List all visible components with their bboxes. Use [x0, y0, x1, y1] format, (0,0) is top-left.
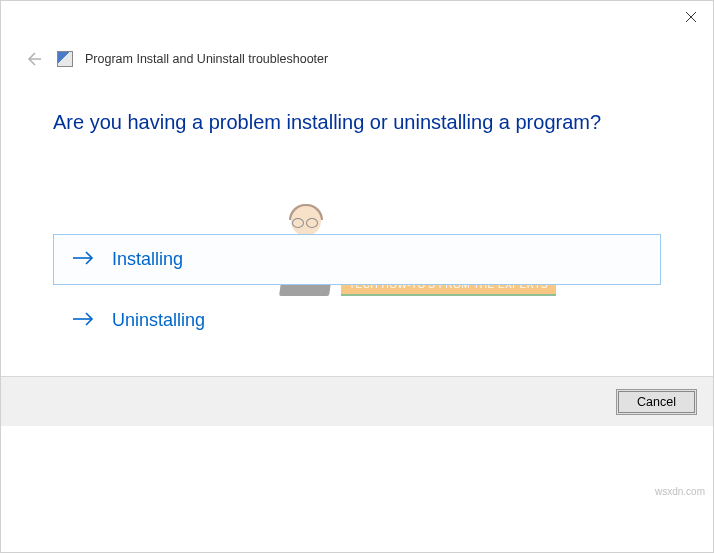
option-label: Installing: [112, 249, 183, 270]
header: Program Install and Uninstall troublesho…: [1, 33, 713, 81]
content-area: Are you having a problem installing or u…: [1, 81, 713, 376]
option-uninstalling[interactable]: Uninstalling: [53, 295, 661, 346]
close-button[interactable]: [668, 1, 713, 33]
cancel-button[interactable]: Cancel: [616, 389, 697, 415]
close-icon: [685, 11, 697, 23]
back-arrow-icon: [23, 49, 43, 69]
titlebar: [1, 1, 713, 33]
attribution-text: wsxdn.com: [655, 486, 705, 497]
arrow-right-icon: [72, 250, 94, 270]
back-button: [21, 47, 45, 71]
troubleshooter-icon: [57, 51, 73, 67]
arrow-right-icon: [72, 311, 94, 331]
footer: Cancel: [1, 376, 713, 426]
window-title: Program Install and Uninstall troublesho…: [85, 52, 328, 66]
question-heading: Are you having a problem installing or u…: [53, 111, 661, 134]
option-label: Uninstalling: [112, 310, 205, 331]
option-installing[interactable]: Installing: [53, 234, 661, 285]
